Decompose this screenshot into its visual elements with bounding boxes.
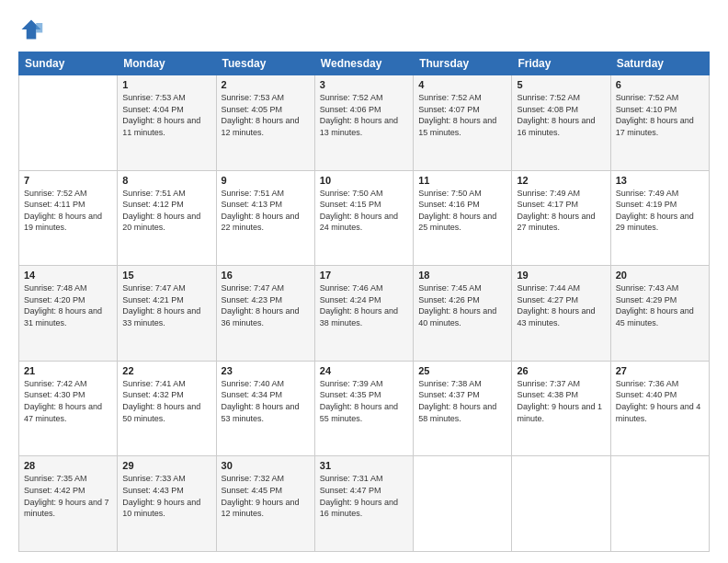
day-info: Sunrise: 7:53 AMSunset: 4:04 PMDaylight:… bbox=[122, 92, 210, 138]
calendar-week-row: 28Sunrise: 7:35 AMSunset: 4:42 PMDayligh… bbox=[19, 456, 710, 552]
day-number: 7 bbox=[24, 175, 112, 186]
calendar-cell: 26Sunrise: 7:37 AMSunset: 4:38 PMDayligh… bbox=[512, 361, 610, 456]
day-info: Sunrise: 7:36 AMSunset: 4:40 PMDaylight:… bbox=[616, 378, 704, 424]
calendar-cell bbox=[19, 75, 118, 171]
day-number: 18 bbox=[418, 270, 506, 281]
day-number: 29 bbox=[122, 460, 210, 471]
calendar-cell: 16Sunrise: 7:47 AMSunset: 4:23 PMDayligh… bbox=[216, 266, 314, 362]
day-number: 4 bbox=[418, 79, 506, 90]
day-number: 10 bbox=[320, 175, 408, 186]
day-info: Sunrise: 7:32 AMSunset: 4:45 PMDaylight:… bbox=[222, 473, 310, 519]
day-info: Sunrise: 7:48 AMSunset: 4:20 PMDaylight:… bbox=[24, 282, 112, 328]
calendar-cell: 13Sunrise: 7:49 AMSunset: 4:19 PMDayligh… bbox=[610, 170, 709, 266]
day-number: 6 bbox=[616, 79, 704, 90]
weekday-header-friday: Friday bbox=[512, 52, 610, 75]
calendar-week-row: 7Sunrise: 7:52 AMSunset: 4:11 PMDaylight… bbox=[19, 170, 710, 266]
calendar-cell: 18Sunrise: 7:45 AMSunset: 4:26 PMDayligh… bbox=[414, 266, 512, 362]
day-number: 31 bbox=[320, 460, 408, 471]
day-info: Sunrise: 7:43 AMSunset: 4:29 PMDaylight:… bbox=[616, 282, 704, 328]
day-info: Sunrise: 7:46 AMSunset: 4:24 PMDaylight:… bbox=[320, 282, 408, 328]
calendar-cell: 12Sunrise: 7:49 AMSunset: 4:17 PMDayligh… bbox=[512, 170, 610, 266]
calendar-cell: 8Sunrise: 7:51 AMSunset: 4:12 PMDaylight… bbox=[118, 170, 216, 266]
calendar-cell: 10Sunrise: 7:50 AMSunset: 4:15 PMDayligh… bbox=[314, 170, 413, 266]
calendar-cell: 19Sunrise: 7:44 AMSunset: 4:27 PMDayligh… bbox=[512, 266, 610, 362]
weekday-header-row: SundayMondayTuesdayWednesdayThursdayFrid… bbox=[19, 52, 710, 75]
calendar-cell: 25Sunrise: 7:38 AMSunset: 4:37 PMDayligh… bbox=[414, 361, 512, 456]
day-number: 21 bbox=[24, 365, 112, 376]
day-info: Sunrise: 7:35 AMSunset: 4:42 PMDaylight:… bbox=[24, 473, 112, 519]
calendar-cell: 23Sunrise: 7:40 AMSunset: 4:34 PMDayligh… bbox=[216, 361, 314, 456]
weekday-header-tuesday: Tuesday bbox=[216, 52, 314, 75]
calendar-cell: 17Sunrise: 7:46 AMSunset: 4:24 PMDayligh… bbox=[314, 266, 413, 362]
day-info: Sunrise: 7:37 AMSunset: 4:38 PMDaylight:… bbox=[517, 378, 605, 424]
day-info: Sunrise: 7:38 AMSunset: 4:37 PMDaylight:… bbox=[418, 378, 506, 424]
day-info: Sunrise: 7:51 AMSunset: 4:13 PMDaylight:… bbox=[222, 188, 310, 234]
day-info: Sunrise: 7:39 AMSunset: 4:35 PMDaylight:… bbox=[320, 378, 408, 424]
day-info: Sunrise: 7:47 AMSunset: 4:23 PMDaylight:… bbox=[222, 282, 310, 328]
calendar-cell: 22Sunrise: 7:41 AMSunset: 4:32 PMDayligh… bbox=[118, 361, 216, 456]
calendar-cell: 28Sunrise: 7:35 AMSunset: 4:42 PMDayligh… bbox=[19, 456, 118, 552]
day-number: 27 bbox=[616, 365, 704, 376]
calendar-week-row: 1Sunrise: 7:53 AMSunset: 4:04 PMDaylight… bbox=[19, 75, 710, 171]
calendar-cell: 2Sunrise: 7:53 AMSunset: 4:05 PMDaylight… bbox=[216, 75, 314, 171]
calendar-cell: 3Sunrise: 7:52 AMSunset: 4:06 PMDaylight… bbox=[314, 75, 413, 171]
logo bbox=[18, 17, 48, 42]
calendar-cell: 27Sunrise: 7:36 AMSunset: 4:40 PMDayligh… bbox=[610, 361, 709, 456]
page: SundayMondayTuesdayWednesdayThursdayFrid… bbox=[0, 0, 728, 563]
calendar-table: SundayMondayTuesdayWednesdayThursdayFrid… bbox=[18, 52, 710, 552]
day-info: Sunrise: 7:41 AMSunset: 4:32 PMDaylight:… bbox=[122, 378, 210, 424]
day-number: 19 bbox=[517, 270, 605, 281]
day-number: 3 bbox=[320, 79, 408, 90]
calendar-week-row: 14Sunrise: 7:48 AMSunset: 4:20 PMDayligh… bbox=[19, 266, 710, 362]
calendar-cell: 14Sunrise: 7:48 AMSunset: 4:20 PMDayligh… bbox=[19, 266, 118, 362]
day-info: Sunrise: 7:52 AMSunset: 4:10 PMDaylight:… bbox=[616, 92, 704, 138]
day-number: 17 bbox=[320, 270, 408, 281]
weekday-header-monday: Monday bbox=[118, 52, 216, 75]
calendar-cell: 9Sunrise: 7:51 AMSunset: 4:13 PMDaylight… bbox=[216, 170, 314, 266]
day-info: Sunrise: 7:52 AMSunset: 4:06 PMDaylight:… bbox=[320, 92, 408, 138]
calendar-week-row: 21Sunrise: 7:42 AMSunset: 4:30 PMDayligh… bbox=[19, 361, 710, 456]
calendar-cell: 11Sunrise: 7:50 AMSunset: 4:16 PMDayligh… bbox=[414, 170, 512, 266]
day-info: Sunrise: 7:47 AMSunset: 4:21 PMDaylight:… bbox=[122, 282, 210, 328]
day-number: 28 bbox=[24, 460, 112, 471]
weekday-header-sunday: Sunday bbox=[19, 52, 118, 75]
day-info: Sunrise: 7:52 AMSunset: 4:08 PMDaylight:… bbox=[517, 92, 605, 138]
day-number: 13 bbox=[616, 175, 704, 186]
day-number: 8 bbox=[122, 175, 210, 186]
calendar-cell: 30Sunrise: 7:32 AMSunset: 4:45 PMDayligh… bbox=[216, 456, 314, 552]
day-info: Sunrise: 7:52 AMSunset: 4:11 PMDaylight:… bbox=[24, 188, 112, 234]
day-number: 24 bbox=[320, 365, 408, 376]
day-info: Sunrise: 7:33 AMSunset: 4:43 PMDaylight:… bbox=[122, 473, 210, 519]
day-info: Sunrise: 7:52 AMSunset: 4:07 PMDaylight:… bbox=[418, 92, 506, 138]
calendar-cell: 5Sunrise: 7:52 AMSunset: 4:08 PMDaylight… bbox=[512, 75, 610, 171]
svg-marker-1 bbox=[36, 23, 42, 33]
day-number: 1 bbox=[122, 79, 210, 90]
day-info: Sunrise: 7:50 AMSunset: 4:15 PMDaylight:… bbox=[320, 188, 408, 234]
day-number: 5 bbox=[517, 79, 605, 90]
day-info: Sunrise: 7:40 AMSunset: 4:34 PMDaylight:… bbox=[222, 378, 310, 424]
day-number: 14 bbox=[24, 270, 112, 281]
day-number: 26 bbox=[517, 365, 605, 376]
day-info: Sunrise: 7:31 AMSunset: 4:47 PMDaylight:… bbox=[320, 473, 408, 519]
calendar-cell: 21Sunrise: 7:42 AMSunset: 4:30 PMDayligh… bbox=[19, 361, 118, 456]
header bbox=[18, 17, 710, 42]
day-info: Sunrise: 7:45 AMSunset: 4:26 PMDaylight:… bbox=[418, 282, 506, 328]
calendar-cell bbox=[512, 456, 610, 552]
day-info: Sunrise: 7:49 AMSunset: 4:19 PMDaylight:… bbox=[616, 188, 704, 234]
calendar-cell bbox=[414, 456, 512, 552]
day-number: 16 bbox=[222, 270, 310, 281]
calendar-cell: 15Sunrise: 7:47 AMSunset: 4:21 PMDayligh… bbox=[118, 266, 216, 362]
calendar-cell bbox=[610, 456, 709, 552]
day-number: 25 bbox=[418, 365, 506, 376]
day-number: 23 bbox=[222, 365, 310, 376]
day-number: 9 bbox=[222, 175, 310, 186]
logo-icon bbox=[18, 17, 44, 42]
calendar-cell: 29Sunrise: 7:33 AMSunset: 4:43 PMDayligh… bbox=[118, 456, 216, 552]
calendar-cell: 24Sunrise: 7:39 AMSunset: 4:35 PMDayligh… bbox=[314, 361, 413, 456]
day-info: Sunrise: 7:42 AMSunset: 4:30 PMDaylight:… bbox=[24, 378, 112, 424]
calendar-cell: 20Sunrise: 7:43 AMSunset: 4:29 PMDayligh… bbox=[610, 266, 709, 362]
day-info: Sunrise: 7:44 AMSunset: 4:27 PMDaylight:… bbox=[517, 282, 605, 328]
day-number: 12 bbox=[517, 175, 605, 186]
day-number: 15 bbox=[122, 270, 210, 281]
calendar-cell: 7Sunrise: 7:52 AMSunset: 4:11 PMDaylight… bbox=[19, 170, 118, 266]
